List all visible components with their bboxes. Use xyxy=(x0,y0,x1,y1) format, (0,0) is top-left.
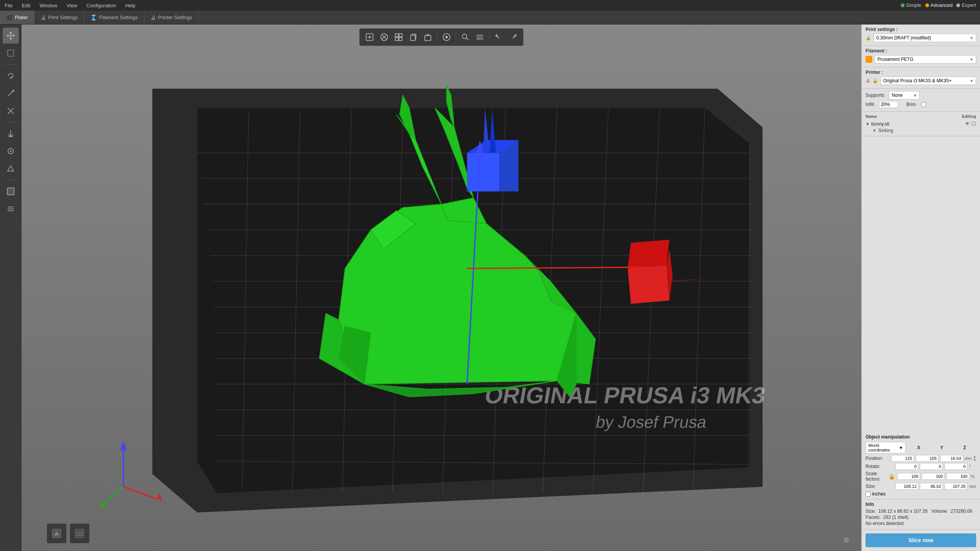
toolbar-redo[interactable] xyxy=(506,30,520,44)
rotate-x-input[interactable] xyxy=(895,463,918,470)
size-row: Size: mm xyxy=(866,483,976,490)
position-row: Position: mm ▲ ▼ xyxy=(866,455,976,462)
toolbar-add[interactable] xyxy=(363,30,377,44)
toolbar-layers[interactable] xyxy=(473,30,487,44)
toolbar-separator-2 xyxy=(456,32,456,42)
scale-x-input[interactable] xyxy=(897,473,920,480)
tab-print-settings[interactable]: 🖨 Print Settings xyxy=(34,11,84,24)
printer-lock-icon: 🔒 xyxy=(872,78,878,83)
position-up-arrow[interactable]: ▲ xyxy=(973,455,976,458)
tool-move[interactable] xyxy=(3,28,19,44)
infill-brim-row: Infill: Brim xyxy=(866,101,976,108)
infill-input[interactable] xyxy=(879,101,898,108)
sinking-label: Sinking xyxy=(878,128,893,133)
supports-dropdown[interactable]: None ▼ xyxy=(889,91,920,99)
tool-cut[interactable] xyxy=(3,103,19,119)
coord-system-dropdown[interactable]: World coordinates ▼ xyxy=(866,442,906,453)
scale-z-input[interactable] xyxy=(946,473,969,480)
menu-window[interactable]: Window xyxy=(35,1,62,10)
advanced-dot xyxy=(925,3,929,7)
filament-color-swatch[interactable] xyxy=(866,56,872,63)
bunny-edit-icon[interactable]: ☐ xyxy=(972,121,976,127)
advanced-label: Advanced xyxy=(931,2,953,8)
menu-view[interactable]: View xyxy=(62,1,82,10)
position-x-input[interactable] xyxy=(891,455,914,462)
svg-rect-89 xyxy=(75,529,84,538)
name-column-header: Name xyxy=(866,114,877,119)
view-layers-button[interactable] xyxy=(70,523,90,543)
menu-configuration[interactable]: Configuration xyxy=(82,1,121,10)
toolbar-copy[interactable] xyxy=(407,30,420,44)
toolbar-center[interactable] xyxy=(440,30,454,44)
svg-point-22 xyxy=(462,34,467,39)
print-settings-dropdown[interactable]: 0.30mm DRAFT (modified) ▼ xyxy=(874,34,976,42)
scale-unit: % xyxy=(971,474,976,479)
toolbar-paste[interactable] xyxy=(421,30,435,44)
mode-simple[interactable]: Simple xyxy=(901,2,921,8)
position-y-input[interactable] xyxy=(916,455,939,462)
tool-view-layers[interactable] xyxy=(3,201,19,217)
view-3d-button[interactable] xyxy=(47,523,67,543)
tool-separator-2 xyxy=(4,122,18,122)
mode-advanced[interactable]: Advanced xyxy=(925,2,953,8)
tool-scale[interactable] xyxy=(3,85,19,101)
3d-scene[interactable]: ORIGINAL PRUSA i3 MK3 by Josef Prusa xyxy=(21,24,861,551)
supports-value: None xyxy=(892,93,903,98)
tool-seam[interactable] xyxy=(3,143,19,159)
tool-select[interactable] xyxy=(3,45,19,61)
tool-view-3d[interactable] xyxy=(3,183,19,199)
coord-system-bar: World coordinates ▼ X Y Z xyxy=(866,442,976,453)
rotate-y-input[interactable] xyxy=(920,463,943,470)
size-z-input[interactable] xyxy=(944,483,967,490)
menu-help[interactable]: Help xyxy=(121,1,140,10)
position-spinner[interactable]: ▲ ▼ xyxy=(973,455,976,462)
menu-file[interactable]: File xyxy=(0,1,17,10)
tool-rotate[interactable] xyxy=(3,68,19,84)
tool-supports[interactable] xyxy=(3,126,19,142)
filament-dropdown[interactable]: Prusament PETG ▼ xyxy=(875,55,976,64)
scale-label: Scale factors: xyxy=(866,471,887,482)
tab-printer-settings[interactable]: 🖨 Printer Settings xyxy=(144,11,199,24)
size-x-input[interactable] xyxy=(895,483,918,490)
toolbar-undo[interactable] xyxy=(492,30,506,44)
info-facets: Facets: 292 (1 shell) xyxy=(866,515,976,520)
position-down-arrow[interactable]: ▼ xyxy=(973,459,976,462)
printer-dropdown[interactable]: Original Prusa i3 MK3S & MK3S+ ▼ xyxy=(880,77,976,85)
toolbar-delete[interactable] xyxy=(377,30,391,44)
tool-fdm[interactable] xyxy=(3,161,19,177)
menu-edit[interactable]: Edit xyxy=(17,1,35,10)
size-y-input[interactable] xyxy=(920,483,943,490)
scale-lock-icon[interactable]: 🔒 xyxy=(889,473,895,479)
tab-filament-settings[interactable]: 🧵 Filament Settings xyxy=(84,11,144,24)
info-volume-value: 273280.06 xyxy=(951,509,972,514)
toolbar-separator-3 xyxy=(489,32,490,42)
slice-now-button[interactable]: Slice now xyxy=(866,533,976,547)
object-row-bunny[interactable]: ▼ bunny.stl 👁 ☐ xyxy=(866,120,976,127)
bunny-visibility-icon[interactable]: 👁 xyxy=(965,121,970,127)
viewport[interactable]: ORIGINAL PRUSA i3 MK3 by Josef Prusa xyxy=(21,24,861,551)
toolbar-search[interactable] xyxy=(459,30,472,44)
infill-label: Infill: xyxy=(866,102,875,107)
rotate-unit: ° xyxy=(969,464,976,469)
position-z-input[interactable] xyxy=(940,455,963,462)
print-settings-label: Print settings : xyxy=(866,27,976,32)
brim-checkbox[interactable] xyxy=(921,102,926,107)
svg-marker-3 xyxy=(8,166,14,171)
scale-y-input[interactable] xyxy=(922,473,945,480)
y-axis-label: Y xyxy=(930,445,953,450)
tab-plater[interactable]: ⬛ Plater xyxy=(0,11,34,24)
rotate-z-input[interactable] xyxy=(944,463,967,470)
info-size-unit: Volume: xyxy=(929,509,949,514)
mode-expert[interactable]: Expert xyxy=(956,2,976,8)
right-panel: Print settings : 🔒 0.30mm DRAFT (modifie… xyxy=(861,24,980,551)
main-area: ORIGINAL PRUSA i3 MK3 by Josef Prusa xyxy=(0,24,980,551)
size-label: Size: xyxy=(866,484,894,489)
info-errors: No errors detected xyxy=(866,521,976,526)
print-lock-icon: 🔒 xyxy=(866,35,871,41)
printer-label: Printer : xyxy=(866,70,976,75)
inches-checkbox[interactable] xyxy=(866,492,871,497)
filament-row: Prusament PETG ▼ xyxy=(866,55,976,64)
toolbar-arrange[interactable] xyxy=(392,30,406,44)
filament-section: Filament : Prusament PETG ▼ xyxy=(862,46,980,67)
bunny-expand-icon: ▼ xyxy=(866,122,870,126)
